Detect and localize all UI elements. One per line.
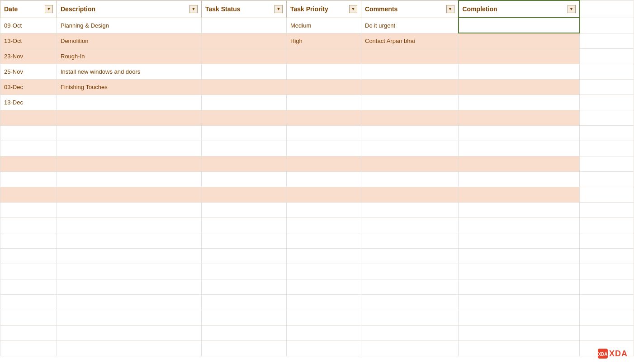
cell-completion[interactable] bbox=[459, 233, 580, 248]
cell-task_status[interactable] bbox=[202, 233, 287, 248]
cell-description[interactable]: Finishing Touches bbox=[57, 79, 202, 95]
cell-comments[interactable] bbox=[361, 294, 459, 310]
header-date-dropdown[interactable]: ▼ bbox=[45, 5, 53, 13]
cell-comments[interactable] bbox=[361, 310, 459, 325]
header-comments-dropdown[interactable]: ▼ bbox=[446, 5, 454, 13]
cell-task_status[interactable] bbox=[202, 33, 287, 48]
cell-completion[interactable] bbox=[459, 48, 580, 64]
cell-comments[interactable] bbox=[361, 233, 459, 248]
cell-description[interactable] bbox=[57, 340, 202, 356]
cell-task_status[interactable] bbox=[202, 202, 287, 217]
cell-comments[interactable]: Contact Arpan bhai bbox=[361, 33, 459, 48]
cell-description[interactable] bbox=[57, 171, 202, 187]
cell-task_status[interactable] bbox=[202, 110, 287, 125]
cell-task_status[interactable] bbox=[202, 187, 287, 202]
cell-task_priority[interactable] bbox=[287, 79, 361, 95]
cell-task_priority[interactable] bbox=[287, 279, 361, 294]
cell-completion[interactable] bbox=[459, 95, 580, 110]
cell-task_priority[interactable] bbox=[287, 110, 361, 125]
cell-task_status[interactable] bbox=[202, 248, 287, 264]
cell-task_priority[interactable] bbox=[287, 141, 361, 156]
cell-date[interactable] bbox=[0, 310, 57, 325]
cell-description[interactable] bbox=[57, 248, 202, 264]
cell-description[interactable] bbox=[57, 156, 202, 171]
cell-description[interactable] bbox=[57, 95, 202, 110]
cell-completion[interactable] bbox=[459, 79, 580, 95]
cell-date[interactable] bbox=[0, 294, 57, 310]
cell-completion[interactable] bbox=[459, 248, 580, 264]
cell-date[interactable] bbox=[0, 110, 57, 125]
cell-completion[interactable] bbox=[459, 264, 580, 279]
cell-description[interactable] bbox=[57, 264, 202, 279]
cell-comments[interactable] bbox=[361, 48, 459, 64]
cell-completion[interactable] bbox=[459, 18, 580, 33]
cell-task_priority[interactable] bbox=[287, 233, 361, 248]
cell-task_status[interactable] bbox=[202, 217, 287, 233]
cell-date[interactable] bbox=[0, 248, 57, 264]
cell-completion[interactable] bbox=[459, 217, 580, 233]
cell-description[interactable]: Rough-In bbox=[57, 48, 202, 64]
cell-task_priority[interactable] bbox=[287, 48, 361, 64]
cell-date[interactable] bbox=[0, 202, 57, 217]
cell-description[interactable] bbox=[57, 187, 202, 202]
cell-description[interactable] bbox=[57, 279, 202, 294]
cell-description[interactable]: Install new windows and doors bbox=[57, 64, 202, 79]
cell-task_priority[interactable] bbox=[287, 264, 361, 279]
cell-task_priority[interactable]: Medium bbox=[287, 18, 361, 33]
cell-description[interactable] bbox=[57, 141, 202, 156]
cell-date[interactable]: 09-Oct bbox=[0, 18, 57, 33]
cell-date[interactable] bbox=[0, 171, 57, 187]
cell-task_priority[interactable] bbox=[287, 95, 361, 110]
cell-task_status[interactable] bbox=[202, 125, 287, 141]
cell-task_status[interactable] bbox=[202, 310, 287, 325]
cell-task_priority[interactable] bbox=[287, 125, 361, 141]
cell-comments[interactable] bbox=[361, 325, 459, 340]
cell-task_status[interactable] bbox=[202, 79, 287, 95]
cell-task_priority[interactable] bbox=[287, 294, 361, 310]
cell-task_status[interactable] bbox=[202, 18, 287, 33]
cell-description[interactable] bbox=[57, 233, 202, 248]
cell-completion[interactable] bbox=[459, 171, 580, 187]
cell-completion[interactable] bbox=[459, 110, 580, 125]
cell-task_priority[interactable] bbox=[287, 325, 361, 340]
cell-task_priority[interactable] bbox=[287, 217, 361, 233]
cell-completion[interactable] bbox=[459, 279, 580, 294]
cell-comments[interactable] bbox=[361, 264, 459, 279]
cell-completion[interactable] bbox=[459, 202, 580, 217]
cell-comments[interactable] bbox=[361, 156, 459, 171]
cell-description[interactable] bbox=[57, 217, 202, 233]
cell-date[interactable] bbox=[0, 233, 57, 248]
cell-description[interactable] bbox=[57, 325, 202, 340]
cell-date[interactable] bbox=[0, 279, 57, 294]
cell-comments[interactable] bbox=[361, 171, 459, 187]
cell-task_priority[interactable] bbox=[287, 171, 361, 187]
cell-comments[interactable] bbox=[361, 340, 459, 356]
cell-date[interactable] bbox=[0, 156, 57, 171]
cell-task_status[interactable] bbox=[202, 48, 287, 64]
cell-task_priority[interactable] bbox=[287, 156, 361, 171]
cell-description[interactable]: Planning & Design bbox=[57, 18, 202, 33]
header-completion-dropdown[interactable]: ▼ bbox=[568, 5, 576, 13]
header-description-dropdown[interactable]: ▼ bbox=[189, 5, 198, 13]
cell-completion[interactable] bbox=[459, 156, 580, 171]
cell-description[interactable] bbox=[57, 310, 202, 325]
cell-task_priority[interactable]: High bbox=[287, 33, 361, 48]
cell-task_priority[interactable] bbox=[287, 248, 361, 264]
cell-completion[interactable] bbox=[459, 294, 580, 310]
header-task-status-dropdown[interactable]: ▼ bbox=[274, 5, 283, 13]
cell-task_status[interactable] bbox=[202, 264, 287, 279]
cell-date[interactable]: 13-Oct bbox=[0, 33, 57, 48]
cell-comments[interactable] bbox=[361, 110, 459, 125]
cell-task_status[interactable] bbox=[202, 325, 287, 340]
cell-date[interactable] bbox=[0, 325, 57, 340]
cell-comments[interactable] bbox=[361, 141, 459, 156]
cell-comments[interactable] bbox=[361, 64, 459, 79]
cell-task_status[interactable] bbox=[202, 64, 287, 79]
cell-description[interactable] bbox=[57, 125, 202, 141]
cell-description[interactable] bbox=[57, 202, 202, 217]
cell-comments[interactable] bbox=[361, 187, 459, 202]
cell-task_status[interactable] bbox=[202, 156, 287, 171]
cell-completion[interactable] bbox=[459, 310, 580, 325]
cell-comments[interactable] bbox=[361, 279, 459, 294]
cell-comments[interactable] bbox=[361, 217, 459, 233]
